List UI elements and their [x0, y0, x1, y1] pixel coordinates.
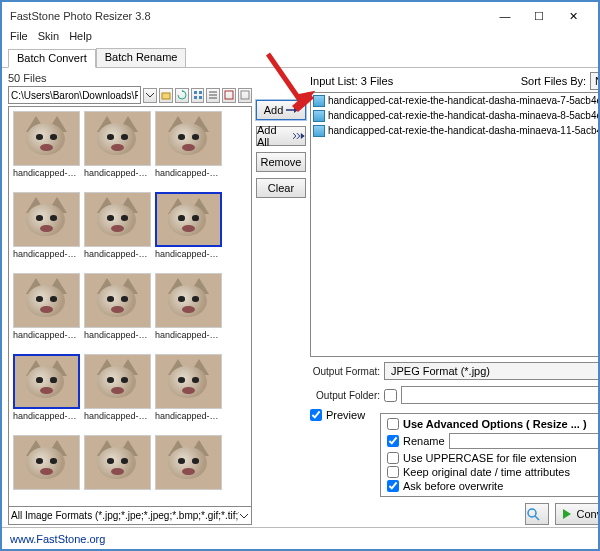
input-list-item[interactable]: handicapped-cat-rexie-the-handicat-dasha… — [311, 108, 600, 123]
svg-rect-4 — [199, 96, 202, 99]
remove-button[interactable]: Remove — [256, 152, 306, 172]
refresh-icon[interactable] — [175, 88, 189, 103]
website-link[interactable]: www.FastStone.org — [10, 533, 105, 545]
svg-rect-8 — [225, 91, 233, 99]
output-folder-row: Output Folder: Browse — [310, 385, 600, 405]
close-window-button[interactable]: ✕ — [556, 6, 590, 26]
preview-label: Preview — [326, 409, 365, 421]
magnifier-icon — [526, 507, 540, 521]
play-icon — [562, 508, 572, 520]
preview-row: Preview — [310, 409, 374, 497]
view-grid-icon[interactable] — [191, 88, 205, 103]
thumbnail-item[interactable]: handicapped-cat-r... — [13, 192, 80, 269]
tab-batch-rename[interactable]: Batch Rename — [96, 48, 187, 67]
menu-skin[interactable]: Skin — [38, 30, 59, 48]
output-format-select[interactable]: JPEG Format (*.jpg) — [384, 362, 600, 380]
rename-checkbox[interactable] — [387, 435, 399, 447]
svg-line-12 — [535, 516, 539, 520]
add-button[interactable]: Add — [256, 100, 306, 120]
output-folder-input[interactable] — [401, 386, 600, 404]
folder-up-icon[interactable] — [159, 88, 173, 103]
svg-point-11 — [528, 509, 536, 517]
thumbnail-item[interactable]: handicapped-cat-r... — [84, 354, 151, 431]
preview-checkbox[interactable] — [310, 409, 322, 421]
tab-batch-convert[interactable]: Batch Convert — [8, 49, 96, 68]
thumbnail-label: handicapped-cat-r... — [84, 411, 151, 421]
select-none-icon[interactable] — [238, 88, 252, 103]
thumbnail-item[interactable]: handicapped-cat-r... — [84, 111, 151, 188]
sort-by-select[interactable]: No Sort — [590, 72, 600, 90]
preview-image-button[interactable] — [525, 503, 549, 525]
thumbnail-item[interactable]: handicapped-cat-r... — [155, 273, 222, 350]
rename-label: Rename — [403, 435, 445, 447]
window-title: FastStone Photo Resizer 3.8 — [10, 10, 488, 22]
select-all-icon[interactable] — [222, 88, 236, 103]
advanced-options-checkbox[interactable] — [387, 418, 399, 430]
keep-date-checkbox[interactable] — [387, 466, 399, 478]
thumbnail-item[interactable]: handicapped-cat-r... — [13, 273, 80, 350]
minimize-button[interactable]: — — [488, 6, 522, 26]
thumbnail-label: handicapped-cat-r... — [155, 249, 222, 259]
dropdown-icon[interactable] — [143, 88, 157, 103]
output-format-label: Output Format: — [310, 366, 380, 377]
thumbnail-label: handicapped-cat-r... — [84, 330, 151, 340]
svg-rect-3 — [194, 96, 197, 99]
input-list-item[interactable]: handicapped-cat-rexie-the-handicat-dasha… — [311, 93, 600, 108]
thumbnail-item[interactable] — [13, 435, 80, 502]
thumbnail-label: handicapped-cat-r... — [155, 411, 222, 421]
thumbnail-item[interactable]: handicapped-cat-r... — [84, 273, 151, 350]
thumbnail-item[interactable]: handicapped-cat-r... — [155, 354, 222, 431]
input-list-item-label: handicapped-cat-rexie-the-handicat-dasha… — [328, 110, 600, 121]
menu-help[interactable]: Help — [69, 30, 92, 48]
content: 50 Files handicapped-cat-r...handicapped… — [2, 68, 598, 527]
thumbnail-label: handicapped-cat-r... — [155, 168, 222, 178]
ask-overwrite-label: Ask before overwrite — [403, 480, 503, 492]
output-folder-checkbox[interactable] — [384, 389, 397, 402]
advanced-options: Use Advanced Options ( Resize ... ) Rena… — [380, 413, 600, 497]
thumbnail-label: handicapped-cat-r... — [13, 168, 80, 178]
svg-rect-1 — [194, 91, 197, 94]
input-list-item-label: handicapped-cat-rexie-the-handicat-dasha… — [328, 95, 600, 106]
thumbnail-label: handicapped-cat-r... — [13, 330, 80, 340]
image-file-icon — [313, 125, 325, 137]
thumbnail-item[interactable]: handicapped-cat-r... — [84, 192, 151, 269]
format-filter-row[interactable]: All Image Formats (*.jpg;*.jpe;*.jpeg;*.… — [8, 507, 252, 525]
arrow-right-icon — [286, 106, 298, 114]
clear-button[interactable]: Clear — [256, 178, 306, 198]
input-list-header: Input List: 3 Files Sort Files By: No So… — [310, 72, 600, 90]
thumbnail-label: handicapped-cat-r... — [84, 249, 151, 259]
keep-date-label: Keep original date / time attributes — [403, 466, 570, 478]
output-panel: Input List: 3 Files Sort Files By: No So… — [310, 72, 600, 525]
input-list-count: Input List: 3 Files — [310, 75, 393, 87]
convert-button[interactable]: Convert — [555, 503, 600, 525]
menu-bar: File Skin Help — [2, 30, 598, 48]
thumbnail-label: handicapped-cat-r... — [84, 168, 151, 178]
ask-overwrite-checkbox[interactable] — [387, 480, 399, 492]
input-list[interactable]: handicapped-cat-rexie-the-handicat-dasha… — [310, 92, 600, 357]
thumbnail-grid[interactable]: handicapped-cat-r...handicapped-cat-r...… — [8, 106, 252, 507]
uppercase-ext-checkbox[interactable] — [387, 452, 399, 464]
menu-file[interactable]: File — [10, 30, 28, 48]
path-input[interactable] — [8, 86, 141, 104]
path-row — [8, 86, 252, 104]
arrow-double-right-icon — [293, 132, 305, 140]
thumbnail-label: handicapped-cat-r... — [13, 411, 80, 421]
thumbnail-item[interactable]: handicapped-cat-r... — [155, 111, 222, 188]
thumbnail-item[interactable]: handicapped-cat-r... — [13, 354, 80, 431]
thumbnail-item[interactable] — [155, 435, 222, 502]
sort-by-label: Sort Files By: — [521, 75, 586, 87]
image-file-icon — [313, 95, 325, 107]
source-panel: 50 Files handicapped-cat-r...handicapped… — [8, 72, 252, 525]
rename-pattern-input[interactable] — [449, 433, 600, 449]
action-row: Convert Close — [310, 503, 600, 525]
thumbnail-item[interactable]: handicapped-cat-r... — [13, 111, 80, 188]
svg-rect-9 — [241, 91, 249, 99]
thumbnail-item[interactable]: handicapped-cat-r... — [155, 192, 222, 269]
thumbnail-label: handicapped-cat-r... — [13, 249, 80, 259]
format-filter-label: All Image Formats (*.jpg;*.jpe;*.jpeg;*.… — [11, 510, 239, 521]
input-list-item[interactable]: handicapped-cat-rexie-the-handicat-dasha… — [311, 123, 600, 138]
maximize-button[interactable]: ☐ — [522, 6, 556, 26]
add-all-button[interactable]: Add All — [256, 126, 306, 146]
view-list-icon[interactable] — [206, 88, 220, 103]
thumbnail-item[interactable] — [84, 435, 151, 502]
